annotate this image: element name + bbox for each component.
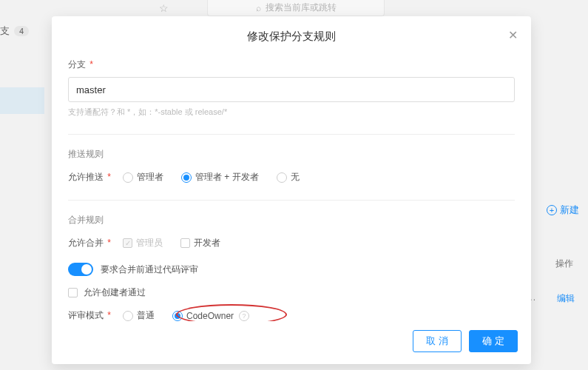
push-rules-title: 推送规则 — [68, 148, 515, 161]
radio-label: 管理者 + 开发者 — [195, 171, 259, 184]
radio-label: 管理者 — [137, 171, 163, 184]
branch-hint: 支持通配符？和 *，如：*-stable 或 release/* — [68, 107, 515, 118]
allow-merge-label: 允许合并 — [68, 238, 104, 248]
checkbox-merge-admin[interactable]: 管理员 — [123, 237, 163, 249]
radio-icon — [123, 311, 133, 321]
help-icon[interactable]: ? — [239, 311, 249, 321]
checkbox-icon — [123, 238, 132, 248]
review-mode-label: 评审模式 — [68, 310, 104, 320]
require-review-label: 要求合并前通过代码评审 — [101, 263, 198, 276]
radio-icon — [181, 172, 192, 183]
allow-push-label: 允许推送 — [68, 172, 104, 182]
radio-label: 普通 — [137, 309, 155, 321]
radio-icon — [172, 311, 183, 321]
merge-rules-title: 合并规则 — [68, 214, 515, 226]
radio-push-admin-dev[interactable]: 管理者 + 开发者 — [181, 171, 259, 184]
allow-creator-label: 允许创建者通过 — [84, 286, 146, 299]
required-asterisk: * — [89, 59, 93, 70]
cancel-button[interactable]: 取 消 — [413, 330, 462, 352]
checkbox-label: 开发者 — [194, 237, 220, 249]
checkbox-label: 管理员 — [136, 237, 163, 249]
radio-mode-normal[interactable]: 普通 — [123, 309, 155, 321]
modal-title: 修改保护分支规则 — [247, 30, 336, 42]
branch-label: 分支 — [68, 59, 86, 70]
radio-mode-codeowner[interactable]: CodeOwner ? — [172, 311, 249, 321]
required-asterisk: * — [107, 310, 111, 320]
required-asterisk: * — [107, 172, 111, 182]
radio-push-admin[interactable]: 管理者 — [123, 171, 163, 184]
checkbox-merge-dev[interactable]: 开发者 — [180, 237, 220, 249]
radio-label: CodeOwner — [186, 311, 234, 321]
allow-creator-checkbox[interactable] — [68, 288, 78, 297]
branch-input[interactable] — [68, 77, 515, 102]
radio-icon — [123, 172, 133, 183]
radio-push-none[interactable]: 无 — [277, 171, 300, 184]
checkbox-icon — [180, 238, 190, 248]
require-review-toggle[interactable] — [68, 263, 93, 276]
radio-label: 无 — [291, 171, 300, 184]
modal-edit-branch-rule: 修改保护分支规则 ✕ 分支 * 支持通配符？和 *，如：*-stable 或 r… — [52, 16, 531, 364]
close-icon[interactable]: ✕ — [508, 28, 518, 42]
ok-button[interactable]: 确 定 — [469, 330, 518, 352]
required-asterisk: * — [107, 238, 111, 248]
radio-icon — [277, 172, 287, 183]
